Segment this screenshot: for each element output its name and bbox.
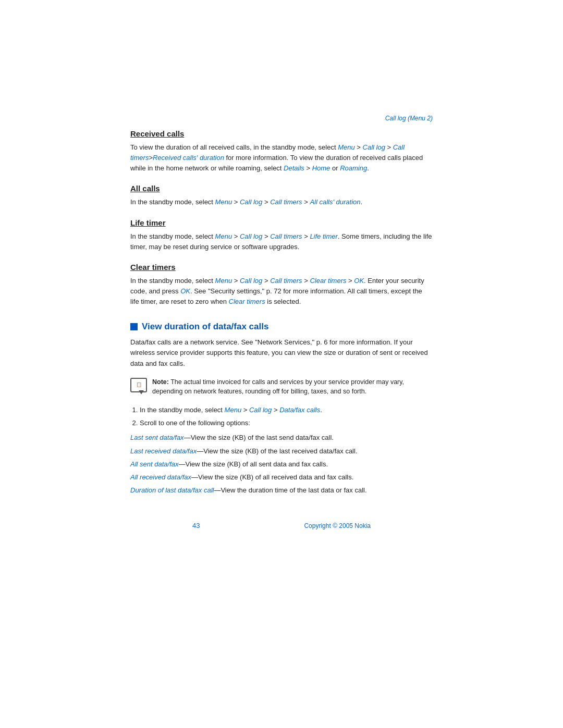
- link-all-calls-duration[interactable]: All calls' duration: [310, 198, 360, 206]
- link-menu-3[interactable]: Menu: [215, 232, 232, 240]
- link-clear-timers[interactable]: Clear timers: [310, 277, 346, 285]
- link-call-timers-4[interactable]: Call timers: [270, 277, 302, 285]
- link-all-received[interactable]: All received data/fax: [130, 473, 191, 481]
- option-2: Last received data/fax—View the size (KB…: [130, 446, 433, 456]
- received-calls-para: To view the duration of all received cal…: [130, 142, 433, 174]
- note-body: The actual time invoiced for calls and s…: [152, 378, 404, 396]
- clear-timers-para: In the standby mode, select Menu > Call …: [130, 276, 433, 307]
- option-1: Last sent data/fax—View the size (KB) of…: [130, 433, 433, 443]
- link-menu-5[interactable]: Menu: [225, 406, 242, 414]
- link-call-timers-2[interactable]: Call timers: [270, 198, 302, 206]
- blue-section-intro: Data/fax calls are a network service. Se…: [130, 337, 433, 368]
- link-details[interactable]: Details: [284, 164, 304, 172]
- link-data-fax-calls[interactable]: Data/fax calls: [279, 406, 320, 414]
- copyright-text: Copyright © 2005 Nokia: [304, 522, 371, 529]
- page-ref-text: Call log (Menu 2): [385, 115, 433, 122]
- option-3: All sent data/fax—View the size (KB) of …: [130, 459, 433, 470]
- link-menu-1[interactable]: Menu: [338, 143, 355, 151]
- link-last-sent[interactable]: Last sent data/fax: [130, 434, 184, 441]
- link-duration-last[interactable]: Duration of last data/fax call: [130, 486, 214, 494]
- step-2: Scroll to one of the following options:: [140, 418, 433, 428]
- page-number: 43: [192, 522, 200, 529]
- note-text: Note: The actual time invoiced for calls…: [152, 377, 433, 397]
- all-calls-heading: All calls: [130, 184, 433, 193]
- page-header-ref: Call log (Menu 2): [130, 115, 433, 122]
- link-call-log-3[interactable]: Call log: [240, 232, 262, 240]
- link-menu-2[interactable]: Menu: [215, 198, 232, 206]
- options-list: Last sent data/fax—View the size (KB) of…: [130, 433, 433, 496]
- note-icon: 📋: [130, 378, 147, 392]
- link-all-sent[interactable]: All sent data/fax: [130, 460, 179, 468]
- clear-timers-heading: Clear timers: [130, 263, 433, 272]
- link-ok-2[interactable]: OK: [180, 287, 190, 295]
- option-5: Duration of last data/fax call—View the …: [130, 485, 433, 496]
- steps-list: In the standby mode, select Menu > Call …: [140, 405, 433, 428]
- link-call-timers-3[interactable]: Call timers: [270, 232, 302, 240]
- link-menu-4[interactable]: Menu: [215, 277, 232, 285]
- life-timer-para: In the standby mode, select Menu > Call …: [130, 231, 433, 252]
- content-area: Call log (Menu 2) Received calls To view…: [130, 0, 433, 576]
- link-received-calls-duration[interactable]: Received calls' duration: [153, 154, 224, 162]
- blue-square-icon: [130, 323, 138, 330]
- all-calls-para: In the standby mode, select Menu > Call …: [130, 197, 433, 207]
- link-call-log-4[interactable]: Call log: [240, 277, 262, 285]
- link-call-log-5[interactable]: Call log: [249, 406, 272, 414]
- link-last-received[interactable]: Last received data/fax: [130, 447, 197, 455]
- link-call-log-1[interactable]: Call log: [363, 143, 385, 151]
- life-timer-heading: Life timer: [130, 218, 433, 227]
- link-home[interactable]: Home: [312, 164, 331, 172]
- option-4: All received data/fax—View the size (KB)…: [130, 472, 433, 483]
- note-box: 📋 Note: The actual time invoiced for cal…: [130, 375, 433, 399]
- page-footer: 43 Copyright © 2005 Nokia: [130, 516, 433, 535]
- note-label: Note:: [152, 378, 169, 386]
- link-call-log-2[interactable]: Call log: [240, 198, 262, 206]
- blue-section-title: View duration of data/fax calls: [142, 322, 268, 332]
- blue-section-heading: View duration of data/fax calls: [130, 322, 433, 332]
- link-life-timer[interactable]: Life timer: [310, 232, 337, 240]
- link-roaming[interactable]: Roaming: [340, 164, 367, 172]
- received-calls-heading: Received calls: [130, 129, 433, 138]
- page: Call log (Menu 2) Received calls To view…: [0, 0, 563, 728]
- link-clear-timers-2[interactable]: Clear timers: [229, 298, 265, 305]
- link-ok-1[interactable]: OK: [354, 277, 364, 285]
- step-1: In the standby mode, select Menu > Call …: [140, 405, 433, 415]
